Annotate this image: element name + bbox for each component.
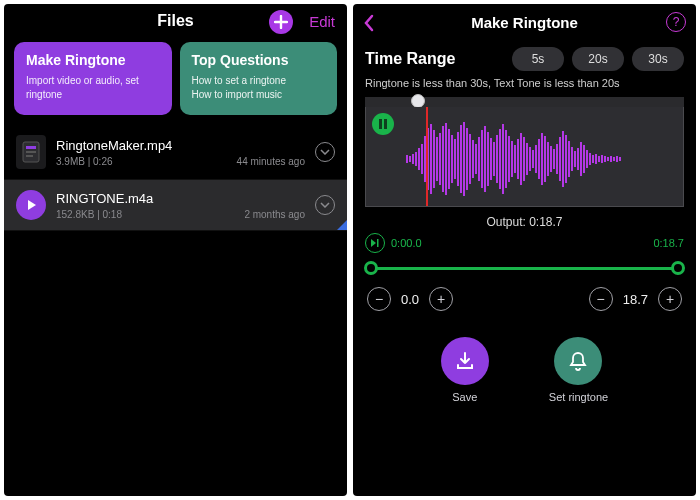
card-sub: Import video or audio, set ringtone	[26, 74, 160, 101]
save-action[interactable]: Save	[441, 337, 489, 403]
question-icon: ?	[673, 15, 680, 29]
selected-corner-icon	[337, 220, 347, 230]
add-button[interactable]	[269, 10, 293, 34]
set-ringtone-label: Set ringtone	[549, 391, 608, 403]
waveform-area	[365, 97, 684, 207]
end-minus-button[interactable]: −	[589, 287, 613, 311]
card-make-ringtone[interactable]: Make Ringtone Import video or audio, set…	[14, 42, 172, 115]
time-start: 0:00.0	[391, 237, 422, 249]
action-row: Save Set ringtone	[353, 319, 696, 403]
expand-button[interactable]	[315, 142, 335, 162]
file-row[interactable]: RINGTONE.m4a 152.8KB | 0:182 months ago	[4, 180, 347, 231]
position-knob[interactable]	[411, 94, 425, 108]
svg-rect-1	[26, 146, 36, 149]
card-title: Top Questions	[192, 52, 326, 68]
file-info: RINGTONE.m4a 152.8KB | 0:182 months ago	[56, 191, 305, 220]
save-label: Save	[452, 391, 477, 403]
file-meta: 3.9MB | 0:26	[56, 156, 113, 167]
chevron-down-icon	[320, 149, 330, 155]
svg-rect-3	[26, 155, 33, 157]
svg-rect-5	[384, 119, 387, 129]
chevron-down-icon	[320, 202, 330, 208]
svg-rect-2	[26, 151, 36, 153]
chevron-left-icon	[363, 14, 375, 32]
download-icon	[454, 350, 476, 372]
files-header: Files Edit	[4, 4, 347, 36]
ringtone-header: Make Ringtone ?	[353, 4, 696, 37]
file-age: 2 months ago	[244, 209, 305, 220]
start-minus-button[interactable]: −	[367, 287, 391, 311]
play-button[interactable]	[16, 190, 46, 220]
seg-30s[interactable]: 30s	[632, 47, 684, 71]
bell-icon	[567, 350, 589, 372]
card-sub: How to set a ringtone How to import musi…	[192, 74, 326, 101]
pause-button[interactable]	[372, 113, 394, 135]
time-range-label: Time Range	[365, 50, 504, 68]
card-top-questions[interactable]: Top Questions How to set a ringtone How …	[180, 42, 338, 115]
back-button[interactable]	[363, 14, 375, 36]
trim-start-value: 0.0	[401, 292, 419, 307]
plus-icon	[274, 15, 288, 29]
pause-icon	[378, 119, 388, 129]
file-name: RINGTONE.m4a	[56, 191, 305, 206]
trim-handle-right[interactable]	[671, 261, 685, 275]
waveform-box[interactable]	[365, 107, 684, 207]
time-range-hint: Ringtone is less than 30s, Text Tone is …	[353, 77, 696, 97]
help-button[interactable]: ?	[666, 12, 686, 32]
set-ringtone-button[interactable]	[554, 337, 602, 385]
time-range-row: Time Range 5s 20s 30s	[353, 37, 696, 77]
seg-20s[interactable]: 20s	[572, 47, 624, 71]
minus-icon: −	[375, 291, 383, 307]
file-row[interactable]: RingtoneMaker.mp4 3.9MB | 0:2644 minutes…	[4, 125, 347, 180]
trim-slider[interactable]	[367, 261, 682, 275]
plus-icon: +	[666, 291, 674, 307]
seg-5s[interactable]: 5s	[512, 47, 564, 71]
time-end: 0:18.7	[653, 237, 684, 249]
plus-icon: +	[437, 291, 445, 307]
minus-icon: −	[597, 291, 605, 307]
ringtone-title: Make Ringtone	[471, 14, 578, 31]
files-screen: Files Edit Make Ringtone Import video or…	[4, 4, 347, 496]
files-title: Files	[157, 12, 193, 30]
save-button[interactable]	[441, 337, 489, 385]
next-button[interactable]	[365, 233, 385, 253]
promo-cards: Make Ringtone Import video or audio, set…	[4, 36, 347, 125]
make-ringtone-screen: Make Ringtone ? Time Range 5s 20s 30s Ri…	[353, 4, 696, 496]
playhead[interactable]	[426, 107, 428, 206]
next-icon	[370, 238, 380, 248]
file-age: 44 minutes ago	[237, 156, 305, 167]
trim-stepper-row: − 0.0 + − 18.7 +	[353, 287, 696, 319]
playback-time-row: 0:00.0 0:18.7	[353, 233, 696, 253]
output-label: Output: 0:18.7	[353, 207, 696, 233]
card-title: Make Ringtone	[26, 52, 160, 68]
set-ringtone-action[interactable]: Set ringtone	[549, 337, 608, 403]
play-icon	[25, 199, 37, 211]
waveform	[366, 117, 683, 201]
end-plus-button[interactable]: +	[658, 287, 682, 311]
edit-button[interactable]: Edit	[309, 13, 335, 30]
position-track[interactable]	[365, 97, 684, 107]
trim-handle-left[interactable]	[364, 261, 378, 275]
svg-rect-4	[379, 119, 382, 129]
file-meta: 152.8KB | 0:18	[56, 209, 122, 220]
expand-button[interactable]	[315, 195, 335, 215]
video-thumb-icon	[16, 135, 46, 169]
trim-end-value: 18.7	[623, 292, 648, 307]
svg-rect-6	[377, 239, 379, 247]
file-info: RingtoneMaker.mp4 3.9MB | 0:2644 minutes…	[56, 138, 305, 167]
start-plus-button[interactable]: +	[429, 287, 453, 311]
slider-track	[367, 267, 682, 270]
file-name: RingtoneMaker.mp4	[56, 138, 305, 153]
